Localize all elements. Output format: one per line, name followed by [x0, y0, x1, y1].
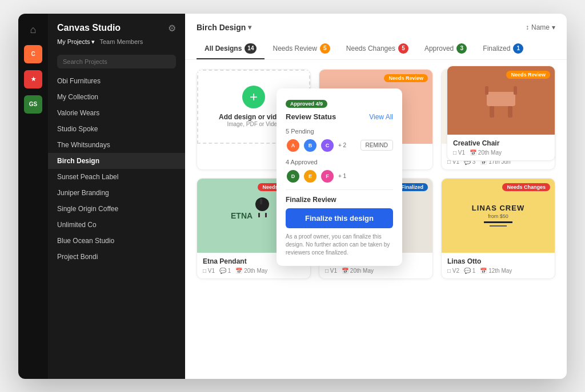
svg-rect-21 [514, 86, 517, 95]
header-top: Birch Design ▾ ↕ Name ▾ [197, 23, 555, 32]
creative-title: Creative Chair [453, 139, 549, 147]
gs-avatar[interactable]: GS [24, 95, 42, 114]
my-projects-tab[interactable]: My Projects ▾ [57, 38, 95, 46]
svg-rect-12 [265, 213, 267, 217]
approved-avatar-1: D [286, 169, 300, 184]
creative-version: □ V1 [453, 149, 465, 156]
creative-info: Creative Chair □ V1 📅 20th May [447, 135, 555, 160]
svg-rect-17 [487, 92, 515, 106]
nav-project-bondi[interactable]: Project Bondi [48, 249, 185, 265]
creative-badge: Needs Review [506, 71, 550, 79]
nav-the-whitsundays[interactable]: The Whitsundays [48, 137, 185, 153]
remind-button[interactable]: REMIND [360, 140, 393, 151]
svg-rect-19 [508, 106, 512, 118]
review-status-popup: Approved 4/9 Review Status View All 5 Pe… [277, 88, 402, 266]
nav-obi-furnitures[interactable]: Obi Furnitures [48, 73, 185, 89]
creative-date: 📅 20th May [470, 149, 502, 156]
breadcrumb-arrow: ▾ [248, 23, 251, 31]
linas-otto-info: Linas Otto □ V2 💬 1 📅 12th May [442, 253, 555, 278]
gear-icon[interactable]: ⚙ [168, 23, 176, 34]
sidebar-nav: Obi Furnitures My Collection Valorie Wea… [48, 73, 185, 379]
view-all-link[interactable]: View All [369, 113, 393, 121]
popup-divider [286, 189, 393, 190]
add-text-sub: Image, PDF or Video [227, 121, 280, 127]
pending-avatar-2: B [303, 138, 318, 153]
nav-unlimited-co[interactable]: Unlimited Co [48, 217, 185, 233]
approved-avatar-3: F [320, 169, 335, 184]
popup-title: Review Status [286, 112, 336, 121]
tab-finalized[interactable]: Finalized 1 [475, 39, 531, 59]
ceramic-badge: Needs Review [384, 74, 428, 82]
nav-birch-design[interactable]: Birch Design [48, 153, 185, 169]
team-members-tab[interactable]: Team Members [99, 38, 143, 45]
tab-needs-review[interactable]: Needs Review 5 [265, 39, 338, 59]
nav-my-collection[interactable]: My Collection [48, 89, 185, 105]
grid-area: + Add design or videos Image, PDF or Vid… [185, 60, 567, 379]
linas-otto-title: Linas Otto [447, 257, 549, 265]
badge-approved: 3 [456, 43, 467, 54]
sidebar-header: Canvas Studio ⚙ [48, 14, 185, 38]
icon-bar: ⌂ C ★ GS [18, 14, 48, 379]
nav-single-origin[interactable]: Single Origin Coffee [48, 201, 185, 217]
tabs-row: All Designs 14 Needs Review 5 Needs Chan… [197, 39, 555, 59]
svg-rect-20 [485, 86, 488, 95]
etna-meta: □ V1 💬 1 📅 20th May [203, 268, 304, 274]
nav-juniper-branding[interactable]: Juniper Branding [48, 185, 185, 201]
sort-button[interactable]: ↕ Name ▾ [526, 23, 555, 31]
popup-approved-badge: Approved 4/9 [286, 100, 327, 108]
star-avatar[interactable]: ★ [24, 70, 42, 88]
etna-version: □ V1 [203, 268, 215, 274]
linas-crew-version: □ V1 [325, 268, 337, 274]
main-header: Birch Design ▾ ↕ Name ▾ All Designs 14 N… [185, 14, 567, 60]
finalize-design-button[interactable]: Finalize this design [286, 208, 393, 228]
linas-otto-badge: Needs Changes [502, 183, 550, 191]
finalize-note: As a proof owner, you can finalize this … [286, 233, 393, 257]
nav-studio-spoke[interactable]: Studio Spoke [48, 121, 185, 137]
svg-rect-10 [260, 199, 262, 204]
approved-label: 4 Approved [286, 159, 393, 165]
linas-otto-comments: 💬 1 [464, 268, 475, 274]
svg-rect-11 [258, 213, 260, 217]
linas-otto-image: Needs Changes LINAS CREW from $50 [442, 179, 555, 253]
main-content: Birch Design ▾ ↕ Name ▾ All Designs 14 N… [185, 14, 567, 379]
approved-avatars-row: D E F + 1 [286, 169, 393, 184]
linas-otto-version: □ V2 [447, 268, 459, 274]
badge-needs-changes: 5 [398, 43, 408, 54]
add-icon: + [242, 86, 265, 108]
card-creative-chair[interactable]: Needs Review Creative Chair □ V1 [447, 66, 555, 161]
pending-label: 5 Pending [286, 128, 393, 135]
card-linas-otto[interactable]: Needs Changes LINAS CREW from $50 Linas … [441, 178, 555, 279]
home-icon[interactable]: ⌂ [28, 22, 39, 38]
approved-count: + 1 [338, 173, 346, 179]
linas-crew-date: 📅 20th May [342, 268, 374, 274]
workspace-tabs: My Projects ▾ Team Members [48, 38, 185, 52]
breadcrumb[interactable]: Birch Design ▾ [197, 23, 251, 32]
sidebar: Canvas Studio ⚙ My Projects ▾ Team Membe… [48, 14, 185, 379]
etna-comments: 💬 1 [219, 268, 231, 274]
creative-visual-svg [478, 78, 524, 123]
svg-rect-18 [490, 106, 494, 118]
tab-approved[interactable]: Approved 3 [416, 39, 475, 59]
tab-all-designs[interactable]: All Designs 14 [197, 39, 265, 59]
etna-date: 📅 20th May [235, 268, 267, 274]
popup-header: Review Status View All [286, 112, 393, 122]
search-input[interactable] [57, 55, 176, 68]
etna-visual-svg: ETNA [225, 187, 282, 244]
canvas-avatar[interactable]: C [24, 45, 42, 63]
badge-all-designs: 14 [245, 43, 257, 54]
pending-avatars-row: A B C + 2 REMIND [286, 138, 393, 153]
app-title: Canvas Studio [57, 23, 121, 33]
tab-needs-changes[interactable]: Needs Changes 5 [338, 39, 416, 59]
linas-otto-meta: □ V2 💬 1 📅 12th May [447, 268, 549, 274]
nav-blue-ocean[interactable]: Blue Ocean Studio [48, 233, 185, 249]
linas-otto-date: 📅 12th May [480, 268, 512, 274]
pending-count: + 2 [338, 142, 346, 148]
approved-avatar-2: E [303, 169, 318, 184]
pending-avatar-1: A [286, 138, 300, 153]
card-creative-chair-wrapper: Needs Review Creative Chair □ V1 [447, 66, 555, 161]
nav-valorie-wears[interactable]: Valorie Wears [48, 105, 185, 121]
sort-icon: ↕ [526, 23, 529, 31]
search-area [48, 52, 185, 73]
finalize-section-title: Finalize Review [286, 196, 393, 204]
nav-sunset-peach[interactable]: Sunset Peach Label [48, 169, 185, 185]
